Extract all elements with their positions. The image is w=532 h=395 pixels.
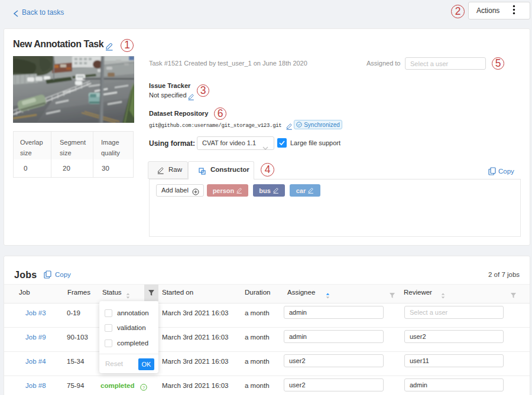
svg-text:?: ? bbox=[142, 385, 145, 390]
